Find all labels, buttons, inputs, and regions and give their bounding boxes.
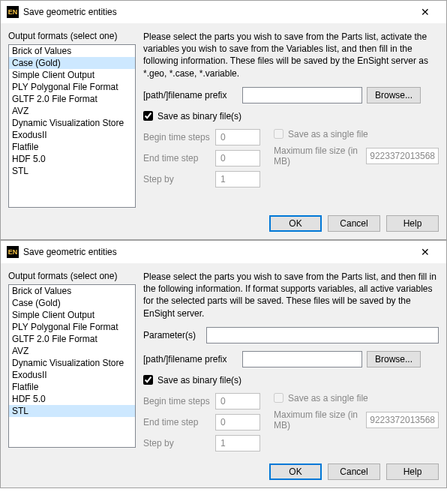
step-by-value: 1 [215, 435, 260, 452]
list-item[interactable]: Dynamic Visualization Store [9, 117, 135, 129]
end-step-value: 0 [215, 150, 260, 166]
window-title: Save geometric entities [23, 7, 410, 17]
single-file-label: Save as a single file [288, 393, 368, 404]
output-formats-listbox[interactable]: Brick of ValuesCase (Gold)Simple Client … [8, 284, 136, 448]
end-step-label: End time step [143, 417, 215, 428]
save-binary-input[interactable] [143, 111, 153, 121]
instructions-text: Please select the parts you wish to save… [143, 271, 439, 320]
list-item[interactable]: Flatfile [9, 381, 135, 393]
save-geometric-dialog-1: EN Save geometric entities ✕ Output form… [0, 0, 447, 240]
filename-prefix-input[interactable] [242, 351, 362, 368]
end-step-value: 0 [215, 414, 260, 430]
list-item[interactable]: STL [9, 165, 135, 177]
help-button[interactable]: Help [386, 215, 439, 232]
save-geometric-dialog-2: EN Save geometric entities ✕ Output form… [0, 240, 447, 488]
output-formats-listbox[interactable]: Brick of ValuesCase (Gold)Simple Client … [8, 44, 136, 208]
cancel-button[interactable]: Cancel [328, 215, 380, 232]
list-item[interactable]: Brick of Values [9, 45, 135, 57]
single-file-checkbox: Save as a single file [274, 393, 368, 404]
ok-button[interactable]: OK [269, 464, 322, 480]
filename-prefix-label: [path/]filename prefix [143, 354, 238, 364]
begin-steps-value: 0 [215, 129, 260, 146]
list-item[interactable]: Case (Gold) [9, 57, 135, 69]
step-by-value: 1 [215, 171, 260, 188]
list-item[interactable]: Case (Gold) [9, 297, 135, 309]
max-filesize-value: 9223372013568 [366, 148, 439, 164]
list-item[interactable]: ExodusII [9, 129, 135, 141]
max-filesize-label: Maximum file size (in MB) [274, 146, 362, 166]
ok-button[interactable]: OK [269, 215, 322, 232]
begin-steps-label: Begin time steps [143, 132, 215, 142]
titlebar: EN Save geometric entities ✕ [1, 1, 446, 23]
single-file-label: Save as a single file [288, 129, 368, 140]
filename-prefix-input[interactable] [242, 87, 362, 104]
begin-steps-label: Begin time steps [143, 396, 215, 406]
list-item[interactable]: Simple Client Output [9, 69, 135, 81]
max-filesize-value: 9223372013568 [366, 412, 439, 428]
titlebar: EN Save geometric entities ✕ [1, 241, 446, 263]
browse-button[interactable]: Browse... [367, 87, 421, 104]
save-binary-input[interactable] [143, 375, 153, 385]
list-item[interactable]: ExodusII [9, 369, 135, 381]
single-file-input [274, 129, 284, 139]
parameters-label: Parameter(s) [143, 330, 202, 340]
list-item[interactable]: PLY Polygonal File Format [9, 81, 135, 93]
list-item[interactable]: Flatfile [9, 141, 135, 153]
step-by-label: Step by [143, 174, 215, 184]
list-item[interactable]: Simple Client Output [9, 309, 135, 321]
save-binary-checkbox[interactable]: Save as binary file(s) [143, 375, 242, 386]
end-step-label: End time step [143, 153, 215, 164]
output-formats-label: Output formats (select one) [8, 271, 136, 281]
app-icon: EN [7, 6, 19, 18]
instructions-text: Please select the parts you wish to save… [143, 31, 439, 80]
list-item[interactable]: AVZ [9, 345, 135, 357]
help-button[interactable]: Help [386, 464, 439, 480]
app-icon: EN [7, 246, 19, 258]
list-item[interactable]: HDF 5.0 [9, 153, 135, 165]
close-icon[interactable]: ✕ [410, 242, 440, 262]
list-item[interactable]: Brick of Values [9, 285, 135, 297]
list-item[interactable]: STL [9, 405, 135, 417]
begin-steps-value: 0 [215, 393, 260, 410]
single-file-input [274, 393, 284, 403]
max-filesize-label: Maximum file size (in MB) [274, 410, 362, 430]
list-item[interactable]: PLY Polygonal File Format [9, 321, 135, 333]
list-item[interactable]: AVZ [9, 105, 135, 117]
list-item[interactable]: GLTF 2.0 File Format [9, 333, 135, 345]
filename-prefix-label: [path/]filename prefix [143, 90, 238, 100]
save-binary-label: Save as binary file(s) [158, 375, 242, 386]
window-title: Save geometric entities [23, 247, 410, 257]
close-icon[interactable]: ✕ [410, 2, 440, 22]
cancel-button[interactable]: Cancel [328, 464, 380, 480]
output-formats-label: Output formats (select one) [8, 31, 136, 41]
parameters-input[interactable] [206, 327, 439, 344]
step-by-label: Step by [143, 438, 215, 448]
list-item[interactable]: Dynamic Visualization Store [9, 357, 135, 369]
browse-button[interactable]: Browse... [367, 351, 421, 368]
save-binary-checkbox[interactable]: Save as binary file(s) [143, 111, 242, 122]
list-item[interactable]: HDF 5.0 [9, 393, 135, 405]
single-file-checkbox: Save as a single file [274, 129, 368, 140]
save-binary-label: Save as binary file(s) [158, 111, 242, 122]
list-item[interactable]: GLTF 2.0 File Format [9, 93, 135, 105]
